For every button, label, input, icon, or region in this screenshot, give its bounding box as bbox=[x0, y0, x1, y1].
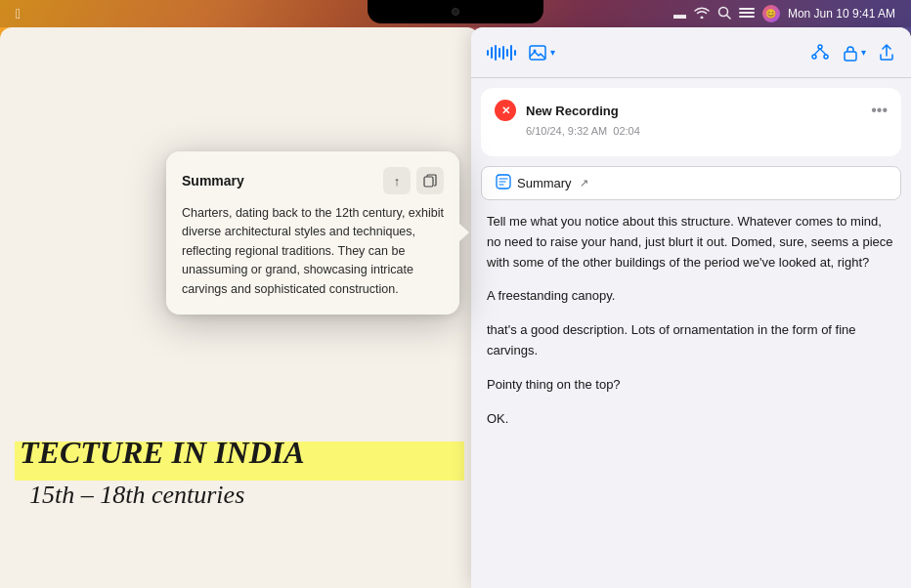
transcript-para-3: that's a good description. Lots of ornam… bbox=[487, 320, 895, 361]
summary-button-label: Summary bbox=[517, 176, 572, 190]
svg-rect-4 bbox=[739, 16, 755, 18]
transcript-area[interactable]: Tell me what you notice about this struc… bbox=[471, 208, 911, 573]
right-panel: ▾ ▾ bbox=[471, 27, 911, 588]
summary-button[interactable]: Summary ↗ bbox=[481, 166, 901, 200]
network-icon[interactable] bbox=[810, 43, 830, 63]
image-chevron-icon: ▾ bbox=[550, 47, 555, 58]
recording-header-left: ✕ New Recording bbox=[495, 100, 619, 121]
svg-rect-6 bbox=[530, 46, 545, 60]
lock-icon-group[interactable]: ▾ bbox=[842, 44, 866, 62]
transcript-para-2: A freestanding canopy. bbox=[487, 286, 895, 307]
transcript-para-5: OK. bbox=[487, 409, 895, 430]
svg-rect-3 bbox=[739, 12, 755, 14]
svg-point-10 bbox=[824, 55, 828, 59]
svg-rect-13 bbox=[845, 52, 856, 61]
summary-popup-body: Charters, dating back to the 12th centur… bbox=[182, 204, 444, 299]
menu-bar-right: ▬ bbox=[673, 5, 895, 22]
user-avatar-icon[interactable]: 😊 bbox=[762, 5, 780, 22]
image-icon-group[interactable]: ▾ bbox=[528, 43, 555, 63]
desktop:  ▬ bbox=[0, 0, 911, 588]
share-icon[interactable] bbox=[878, 44, 895, 62]
search-icon[interactable] bbox=[717, 6, 731, 22]
lock-chevron-icon: ▾ bbox=[861, 47, 866, 58]
india-title: TECTURE IN INDIA bbox=[20, 435, 305, 471]
svg-line-11 bbox=[814, 49, 820, 55]
svg-point-9 bbox=[812, 55, 816, 59]
apple-logo-icon[interactable]:  bbox=[16, 6, 21, 21]
menu-bar-left:  bbox=[16, 6, 21, 21]
cursor-indicator: ↗ bbox=[580, 177, 588, 189]
summary-popup-header: Summary ↑ bbox=[182, 167, 444, 194]
summary-copy-button[interactable] bbox=[416, 167, 444, 194]
recording-more-button[interactable]: ••• bbox=[871, 102, 888, 119]
summary-share-button[interactable]: ↑ bbox=[383, 167, 411, 194]
svg-point-8 bbox=[818, 45, 822, 49]
battery-icon: ▬ bbox=[673, 7, 686, 21]
svg-line-12 bbox=[820, 49, 826, 55]
transcript-para-4: Pointy thing on the top? bbox=[487, 375, 895, 396]
transcript-para-1: Tell me what you notice about this struc… bbox=[487, 212, 895, 273]
waveform-icon[interactable] bbox=[487, 44, 516, 62]
menu-bar-time: Mon Jun 10 9:41 AM bbox=[788, 7, 895, 21]
recording-meta: 6/10/24, 9:32 AM 02:04 bbox=[526, 125, 888, 137]
svg-line-1 bbox=[726, 15, 730, 19]
india-subtitle: 15th – 18th centuries bbox=[29, 481, 244, 510]
svg-rect-5 bbox=[424, 177, 433, 187]
summary-popup-title: Summary bbox=[182, 173, 244, 189]
summary-popup: Summary ↑ Charters, dating back to the 1… bbox=[166, 151, 459, 315]
recording-title: New Recording bbox=[526, 104, 619, 118]
camera-notch bbox=[368, 0, 543, 23]
summary-popup-actions: ↑ bbox=[383, 167, 444, 194]
recording-item: ✕ New Recording ••• 6/10/24, 9:32 AM 02:… bbox=[481, 88, 901, 156]
right-panel-toolbar: ▾ ▾ bbox=[471, 27, 911, 78]
recording-header: ✕ New Recording ••• bbox=[495, 100, 888, 121]
recording-close-button[interactable]: ✕ bbox=[495, 100, 516, 121]
camera-dot bbox=[452, 8, 459, 16]
control-center-icon[interactable] bbox=[739, 7, 755, 21]
svg-rect-2 bbox=[739, 8, 755, 10]
summary-button-icon bbox=[496, 174, 511, 192]
wifi-icon bbox=[694, 7, 710, 21]
